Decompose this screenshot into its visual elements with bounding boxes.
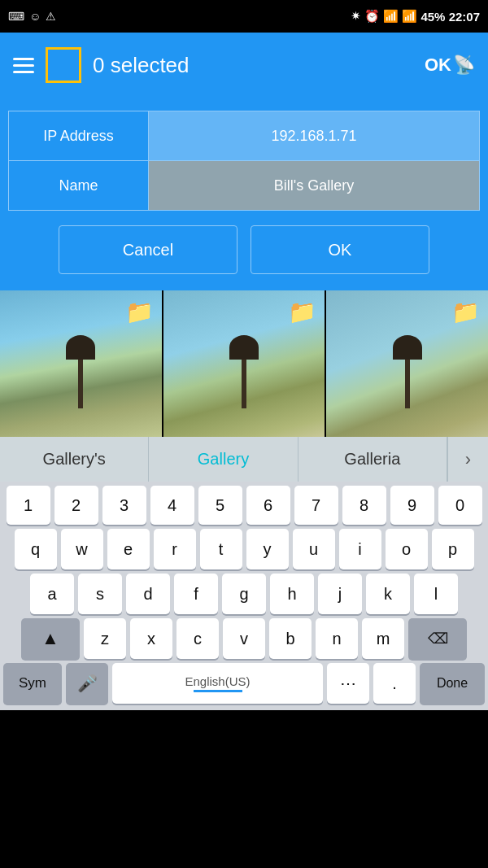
space-underline [194,690,242,692]
key-t[interactable]: t [200,529,242,569]
suggestion-gallery[interactable]: Gallery [149,437,298,482]
delete-button[interactable]: ⌫ [408,618,467,659]
keyboard-icon: ⌨ [8,10,24,23]
key-0[interactable]: 0 [438,486,482,525]
key-d[interactable]: d [126,574,170,614]
key-c[interactable]: c [176,618,219,659]
key-y[interactable]: y [246,529,289,569]
key-x[interactable]: x [130,618,172,659]
gallery-thumb-1[interactable]: 📁 [0,290,163,437]
gallery-thumb-3[interactable]: 📁 [326,290,488,437]
key-8[interactable]: 8 [342,486,386,525]
dialog-area: IP Address 192.168.1.71 Name Bill's Gall… [0,98,488,290]
signal-icon: 📶 [402,9,417,24]
status-right-info: ✴ ⏰ 📶 📶 45% 22:07 [351,9,480,24]
key-m[interactable]: m [362,618,404,659]
keyboard-qwerty-row: q w e r t y u i o p [0,525,488,569]
hamburger-menu-button[interactable] [13,58,34,73]
keyboard-number-row: 1 2 3 4 5 6 7 8 9 0 [0,482,488,525]
ok-label[interactable]: OK [425,55,451,76]
status-bar: ⌨ ☺ ⚠ ✴ ⏰ 📶 📶 45% 22:07 [0,0,488,33]
shift-button[interactable]: ▲ [21,618,80,659]
cancel-button[interactable]: Cancel [59,225,237,274]
key-p[interactable]: p [432,529,474,569]
key-3[interactable]: 3 [102,486,146,525]
mic-button[interactable]: 🎤 [66,663,108,704]
key-e[interactable]: e [107,529,150,569]
header-wifi-icon: 📡 [453,55,475,76]
key-q[interactable]: q [15,529,57,569]
suggestion-row: Gallery's Gallery Galleria › [0,437,488,482]
key-b[interactable]: b [269,618,312,659]
key-u[interactable]: u [293,529,335,569]
dialog-buttons: Cancel OK [8,225,480,274]
key-5[interactable]: 5 [198,486,242,525]
selection-checkbox[interactable] [46,47,81,83]
key-6[interactable]: 6 [246,486,290,525]
suggestion-gallerys[interactable]: Gallery's [0,437,149,482]
suggestion-more-arrow[interactable]: › [447,437,488,482]
folder-icon-2: 📁 [288,299,316,325]
key-s[interactable]: s [78,574,122,614]
key-r[interactable]: r [154,529,196,569]
ip-address-row: IP Address 192.168.1.71 [8,111,480,160]
key-z[interactable]: z [84,618,126,659]
ok-wifi-area: OK 📡 [425,55,475,76]
notification-icon: ☺ [29,10,41,23]
key-v[interactable]: v [223,618,265,659]
bluetooth-icon: ✴ [351,9,361,24]
gallery-thumb-2[interactable]: 📁 [163,290,327,437]
key-o[interactable]: o [386,529,428,569]
selected-count-label: 0 selected [93,53,190,78]
gallery-row: 📁 📁 📁 [0,290,488,437]
period-button[interactable]: . [373,663,416,704]
keyboard-zxcv-row: ▲ z x c v b n m ⌫ [0,614,488,659]
key-1[interactable]: 1 [7,486,50,525]
wifi-icon: 📶 [383,9,399,24]
top-header: 0 selected OK 📡 [0,33,488,98]
folder-icon-1: 📁 [125,299,154,325]
name-row: Name Bill's Gallery [8,160,480,211]
ip-address-label: IP Address [9,111,149,160]
key-j[interactable]: j [318,574,362,614]
key-4[interactable]: 4 [150,486,194,525]
folder-icon-3: 📁 [451,299,480,325]
name-value[interactable]: Bill's Gallery [149,161,479,210]
keyboard-asdf-row: a s d f g h j k l [0,569,488,614]
suggestion-galleria[interactable]: Galleria [298,437,447,482]
status-left-icons: ⌨ ☺ ⚠ [8,10,56,23]
warning-icon: ⚠ [46,10,56,23]
keyboard: 1 2 3 4 5 6 7 8 9 0 q w e r t y u i o p … [0,482,488,710]
key-9[interactable]: 9 [390,486,434,525]
key-2[interactable]: 2 [54,486,98,525]
sym-button[interactable]: Sym [3,663,62,704]
keyboard-bottom-row: Sym 🎤 English(US) ⋯ . Done [0,659,488,710]
battery-percent: 45% 22:07 [420,10,480,24]
dot-button[interactable]: ⋯ [327,663,369,704]
key-g[interactable]: g [222,574,266,614]
key-f[interactable]: f [174,574,218,614]
alarm-icon: ⏰ [364,9,380,24]
space-label: English(US) [185,674,250,688]
done-button[interactable]: Done [420,663,485,704]
key-k[interactable]: k [366,574,410,614]
name-label: Name [9,161,149,210]
key-l[interactable]: l [414,574,458,614]
key-a[interactable]: a [30,574,74,614]
key-w[interactable]: w [61,529,103,569]
key-7[interactable]: 7 [294,486,338,525]
key-i[interactable]: i [339,529,381,569]
key-n[interactable]: n [316,618,358,659]
space-button[interactable]: English(US) [112,663,323,704]
ip-address-value[interactable]: 192.168.1.71 [149,111,479,160]
ok-button[interactable]: OK [251,225,429,274]
key-h[interactable]: h [270,574,314,614]
